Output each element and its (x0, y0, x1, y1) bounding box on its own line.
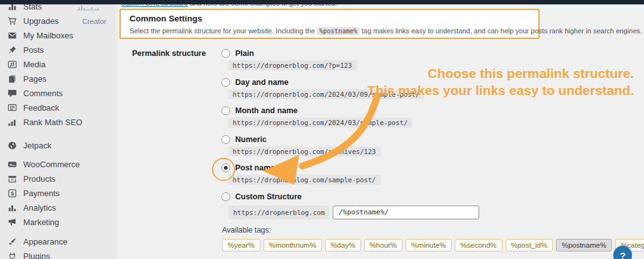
appearance-icon (7, 237, 17, 247)
help-icon: ? (619, 250, 625, 259)
permalink-option-head: Plain (221, 48, 644, 58)
sidebar-item-label: Posts (23, 45, 44, 55)
sidebar-item-label: Payments (23, 189, 60, 198)
sidebar-item-label: Appearance (23, 237, 67, 246)
tag-second[interactable]: %second% (455, 239, 502, 251)
common-settings-description: Select the permalink structure for your … (130, 27, 530, 35)
intro-line: custom URL structure and here are some e… (121, 4, 337, 7)
pages-icon (7, 74, 17, 84)
sidebar-item-stats[interactable]: Stats (0, 4, 116, 14)
permalink-option-month-name: Month and namehttps://dropnerblog.com/20… (221, 106, 644, 135)
marketing-icon (7, 218, 17, 228)
intro-text-strip: custom URL structure and here are some e… (116, 4, 644, 9)
sidebar-item-comments[interactable]: Comments (0, 86, 116, 101)
svg-text:$: $ (11, 190, 14, 197)
sidebar-item-plugins[interactable]: Plugins (0, 249, 116, 259)
common-settings-card: Common Settings Select the permalink str… (119, 9, 540, 39)
custom-structure-row: https://dropnerblog.com (228, 206, 644, 219)
permalink-option-head: Custom Structure (221, 192, 644, 202)
tag-day[interactable]: %day% (325, 239, 361, 251)
cart-icon (7, 16, 17, 26)
sidebar-item-media[interactable]: Media (0, 57, 116, 72)
feedback-icon (7, 103, 17, 113)
permalink-option-custom: Custom Structure https://dropnerblog.com… (221, 192, 644, 221)
comment-icon (7, 89, 17, 99)
sidebar-item-label: Upgrades (23, 16, 58, 26)
sidebar-item-woocommerce[interactable]: WooWooCommerce (0, 157, 116, 172)
custom-structure-input[interactable] (333, 206, 479, 219)
postname-code-chip: %postname% (317, 27, 360, 35)
sidebar-item-label: Rank Math SEO (23, 118, 82, 127)
sidebar-item-posts[interactable]: Posts (0, 43, 116, 57)
sidebar-item-my-mailboxes[interactable]: My Mailboxes (0, 28, 116, 43)
media-icon (7, 60, 17, 70)
sidebar-item-feedback[interactable]: Feedback (0, 101, 116, 115)
permalink-option-post-name: Post namehttps://dropnerblog.com/sample-… (221, 163, 644, 192)
sidebar-item-label: Pages (23, 74, 47, 84)
sidebar-item-marketing[interactable]: Marketing (0, 215, 116, 229)
main-content: custom URL structure and here are some e… (116, 0, 644, 259)
tag-monthnum[interactable]: %monthnum% (264, 239, 322, 251)
sidebar-item-upgrades[interactable]: UpgradesCreator (0, 14, 116, 28)
permalink-example-url: https://dropnerblog.com/sample-post/ (228, 175, 380, 185)
permalink-option-numeric: Numerichttps://dropnerblog.com/archives/… (221, 135, 644, 163)
sidebar-item-label: Feedback (23, 103, 59, 113)
permalink-example-url: https://dropnerblog.com/2024/03/sample-p… (228, 118, 412, 128)
sidebar-item-appearance[interactable]: Appearance (0, 234, 116, 249)
permalink-option-label: Month and name (235, 106, 297, 115)
tag-year[interactable]: %year% (222, 239, 260, 251)
permalink-example-url: https://dropnerblog.com/?p=123 (228, 60, 357, 70)
common-settings-title: Common Settings (130, 14, 530, 23)
tag-postname[interactable]: %postname% (556, 239, 612, 251)
tag-minute[interactable]: %minute% (406, 239, 452, 251)
rank-math-icon (7, 118, 17, 128)
admin-top-bar (0, 0, 644, 4)
annotation-line-2: This makes your links easy to understand… (367, 83, 634, 98)
stats-sparkline (76, 4, 116, 11)
permalink-option-head: Numeric (221, 135, 644, 145)
woo-icon: Woo (7, 160, 17, 170)
permalink-option-label: Plain (235, 49, 254, 58)
mail-icon (7, 31, 17, 41)
analytics-icon (7, 203, 17, 213)
plugins-icon (7, 251, 17, 259)
sidebar-item-label: Stats (23, 4, 42, 11)
permalink-example-url: https://dropnerblog.com/archives/123 (228, 146, 380, 157)
sidebar-item-rank-math-seo[interactable]: Rank Math SEO (0, 115, 116, 130)
radio-day-name[interactable] (221, 78, 230, 87)
sidebar-item-products[interactable]: Products (0, 172, 116, 186)
sidebar-item-label: Analytics (23, 203, 56, 212)
stats-icon (7, 4, 17, 12)
radio-month-name[interactable] (221, 106, 230, 115)
products-icon (7, 174, 17, 184)
radio-custom-structure[interactable] (221, 192, 230, 201)
sidebar-item-pages[interactable]: Pages (0, 72, 116, 86)
radio-numeric[interactable] (221, 135, 230, 144)
custom-url-prefix: https://dropnerblog.com (228, 206, 330, 219)
plan-badge: Creator (82, 18, 116, 25)
payments-icon: $ (7, 189, 17, 199)
svg-text:Woo: Woo (9, 163, 15, 167)
tag-post_id[interactable]: %post_id% (506, 239, 553, 251)
permalink-option-head: Month and name (221, 106, 644, 116)
sidebar-item-analytics[interactable]: Analytics (0, 201, 116, 215)
intro-text: and here are some examples to get you st… (188, 4, 337, 7)
sidebar-item-label: Products (23, 174, 55, 184)
permalink-option-label: Custom Structure (235, 192, 302, 201)
tag-hour[interactable]: %hour% (364, 239, 402, 251)
radio-post-name[interactable] (221, 163, 230, 172)
sidebar-item-label: Media (23, 60, 45, 69)
intro-link[interactable]: custom URL structure (121, 4, 188, 7)
available-tags-row: %year%%monthnum%%day%%hour%%minute%%seco… (222, 239, 644, 251)
sidebar-item-jetpack[interactable]: Jetpack (0, 138, 116, 153)
sidebar-item-payments[interactable]: $Payments (0, 186, 116, 201)
pin-icon (7, 45, 17, 55)
available-tags-label: Available tags: (222, 226, 644, 234)
sidebar-item-label: Marketing (23, 218, 59, 227)
annotation-line-1: Choose this permalink structure. (428, 66, 634, 81)
permalink-option-label: Day and name (235, 78, 289, 87)
sidebar-item-label: Comments (23, 89, 63, 98)
sidebar-item-label: Plugins (23, 251, 50, 259)
radio-plain[interactable] (221, 49, 230, 58)
permalink-option-head: Post name (221, 163, 644, 173)
